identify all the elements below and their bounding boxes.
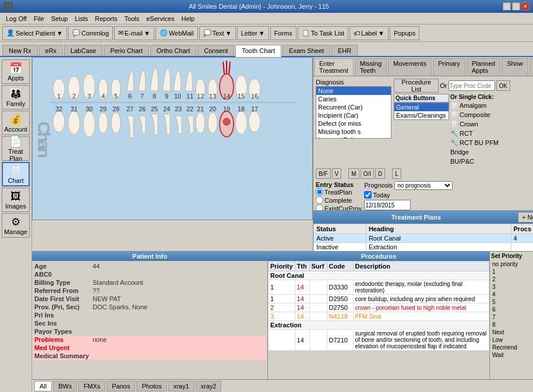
tab-bws[interactable]: BWs — [53, 381, 77, 391]
priority-8[interactable]: 8 — [491, 321, 532, 329]
single-rct[interactable]: 🔧RCT — [450, 129, 509, 138]
table-row[interactable]: Active Root Canal 4 — [314, 234, 534, 243]
new-tp-button[interactable]: + New TP — [518, 212, 533, 223]
status-complete[interactable]: Complete — [316, 196, 362, 204]
tab-draw[interactable]: Draw — [530, 58, 533, 76]
single-composite[interactable]: 🦷Composite — [450, 110, 509, 119]
tooth-3[interactable]: 3 — [83, 74, 95, 100]
l-button[interactable]: L — [392, 168, 401, 179]
forms-button[interactable]: Forms — [270, 26, 296, 40]
tooth-21[interactable]: 21 — [196, 105, 205, 133]
sidebar-item-appts[interactable]: 📅 Appts — [2, 59, 30, 84]
tab-labcase[interactable]: LabCase — [64, 45, 103, 56]
priority-1[interactable]: 1 — [491, 268, 532, 276]
m-button[interactable]: M — [348, 168, 359, 179]
menu-eservices[interactable]: eServices — [143, 14, 178, 23]
diagnosis-incipient[interactable]: Incipient (Car) — [316, 111, 391, 119]
tab-photos[interactable]: Photos — [136, 381, 167, 391]
tab-panos[interactable]: Panos — [107, 381, 135, 391]
today-checkbox[interactable] — [364, 191, 372, 199]
table-row[interactable]: Inactive Extraction — [314, 243, 534, 252]
priority-next[interactable]: Next — [491, 329, 532, 336]
tab-xray2[interactable]: xray2 — [196, 381, 222, 391]
tab-enter-treatment[interactable]: Enter Treatment — [314, 58, 354, 76]
priority-4[interactable]: 4 — [491, 291, 532, 298]
tab-missing-teeth[interactable]: Missing Teeth — [355, 58, 387, 76]
sidebar-item-chart[interactable]: 🦷 Chart — [2, 162, 30, 186]
sidebar-item-images[interactable]: 🖼 Images — [2, 188, 30, 212]
sidebar-item-manage[interactable]: ⚙ Manage — [2, 213, 30, 238]
tab-examsheet[interactable]: Exam Sheet — [283, 45, 330, 56]
sidebar-item-family[interactable]: 👨‍👩‍👧 Family — [2, 85, 30, 110]
tooth-29[interactable]: 29 — [98, 105, 108, 133]
single-bridge[interactable]: Bridge — [450, 147, 509, 157]
menu-help[interactable]: Help — [178, 14, 199, 23]
tooth-23[interactable]: 23 — [175, 105, 182, 133]
priority-low[interactable]: Low — [491, 336, 532, 344]
v-button[interactable]: V — [332, 168, 342, 179]
priority-7[interactable]: 7 — [491, 313, 532, 321]
tooth-26[interactable]: 26 — [139, 105, 146, 133]
quick-exams[interactable]: Exams/Cleanings — [394, 111, 449, 119]
tooth-5[interactable]: 5 — [111, 79, 121, 100]
quick-general[interactable]: General — [394, 103, 449, 111]
menu-logoff[interactable]: Log Off — [2, 14, 30, 23]
tooth-12[interactable]: 12 — [196, 79, 205, 100]
tab-all[interactable]: All — [34, 381, 52, 391]
tooth-25[interactable]: 25 — [151, 105, 158, 135]
sidebar-item-account[interactable]: 💰 Account — [2, 111, 30, 135]
commlog-button[interactable]: 💬 Commlog — [68, 26, 113, 40]
tooth-22[interactable]: 22 — [186, 105, 193, 133]
procedure-list-button[interactable]: Procedure List — [394, 79, 439, 93]
popups-button[interactable]: Popups — [390, 26, 419, 40]
oi-button[interactable]: O/I — [361, 168, 374, 179]
menu-tools[interactable]: Tools — [121, 14, 143, 23]
tooth-27[interactable]: 27 — [126, 105, 133, 137]
table-row[interactable]: 1 14 D3330 endodontic therapy, molar (ex… — [269, 280, 489, 295]
tooth-1[interactable]: 1 — [53, 79, 65, 100]
single-amalgam[interactable]: 🦷Amalgam — [450, 101, 509, 110]
tooth-31[interactable]: 31 — [68, 105, 80, 135]
single-bupc[interactable]: BU/P&C — [450, 157, 509, 166]
menu-setup[interactable]: Setup — [48, 14, 72, 23]
priority-5[interactable]: 5 — [491, 298, 532, 306]
menu-file[interactable]: File — [30, 14, 48, 23]
date-input[interactable] — [364, 200, 411, 210]
priority-recmend[interactable]: Recmend — [491, 344, 532, 351]
tooth-18[interactable]: 18 — [235, 105, 247, 135]
tab-show[interactable]: Show — [502, 58, 528, 76]
lower-teeth-svg[interactable]: 32 31 30 — [50, 105, 295, 152]
bf-button[interactable]: B/F — [316, 168, 331, 179]
tooth-16[interactable]: 16 — [249, 79, 260, 100]
diagnosis-list[interactable]: None Caries Recurrent (Car) Incipient (C… — [316, 86, 391, 139]
diagnosis-recurrent[interactable]: Recurrent (Car) — [316, 103, 391, 111]
tab-periochart[interactable]: Perio Chart — [104, 45, 149, 56]
table-row[interactable]: 3 14 N4118 PFM Seat — [269, 312, 489, 321]
status-treatplan[interactable]: TreatPlan — [316, 188, 362, 196]
tooth-7[interactable]: 7 — [139, 69, 146, 100]
procedures-scroll[interactable]: Priority Tth Surf Code Description Root … — [268, 261, 489, 354]
tooth-19[interactable]: 19 — [220, 105, 234, 137]
menu-reports[interactable]: Reports — [91, 14, 121, 23]
tooth-24[interactable]: 24 — [163, 105, 170, 135]
tooth-13[interactable]: 13 — [208, 79, 217, 100]
tab-xray1[interactable]: xray1 — [168, 381, 195, 391]
tab-orthochart[interactable]: Ortho Chart — [150, 45, 196, 56]
close-button[interactable]: ✕ — [521, 2, 530, 10]
minimize-button[interactable]: ─ — [503, 2, 511, 10]
tooth-14[interactable]: 14 — [220, 61, 234, 100]
table-row[interactable]: 1 14 D2950 core buildup, including any p… — [269, 295, 489, 303]
select-patient-button[interactable]: 👤 Select Patient ▼ — [2, 26, 67, 40]
tab-erx[interactable]: eRx — [39, 45, 63, 56]
tooth-17[interactable]: 17 — [249, 105, 260, 132]
priority-2[interactable]: 2 — [491, 276, 532, 283]
tooth-32[interactable]: 32 — [53, 105, 65, 132]
tab-consent[interactable]: Consent — [197, 45, 234, 56]
letter-button[interactable]: Letter ▼ — [237, 26, 269, 40]
single-rct-bu-pfm[interactable]: 🔧RCT BU PFM — [450, 138, 509, 147]
upper-teeth-svg[interactable]: 1 2 3 — [50, 59, 295, 100]
totasklist-button[interactable]: 📋 To Task List — [298, 26, 348, 40]
diagnosis-missing[interactable]: Missing tooth s — [316, 128, 391, 136]
table-row[interactable]: 2 14 D2750 crown - porcelain fused to hi… — [269, 303, 489, 312]
tab-toothchart[interactable]: Tooth Chart — [235, 45, 281, 57]
